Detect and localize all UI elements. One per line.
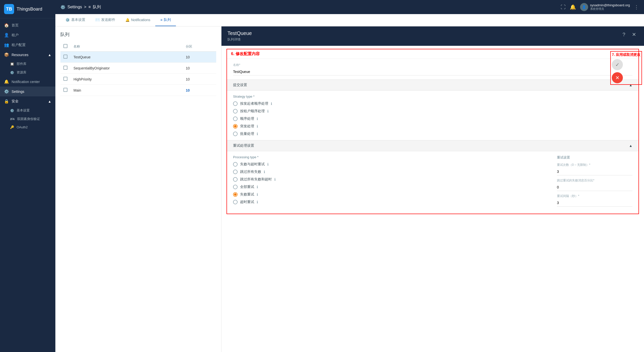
settings-breadcrumb-icon: ⚙️ xyxy=(60,5,65,10)
processing-radio-group: 失败与超时重试 ℹ 跳过所有失败 ℹ xyxy=(233,162,552,204)
sidebar-item-settings[interactable]: ⚙️ Settings xyxy=(0,87,55,96)
more-menu-icon[interactable]: ⋮ xyxy=(634,4,639,10)
retry-settings-header[interactable]: 重试处理设置 ▲ xyxy=(227,140,638,151)
retry-fail-label: 失败重试 xyxy=(240,192,254,197)
batch-info-icon: ℹ xyxy=(257,132,258,136)
email-tab-label: 发送邮件 xyxy=(101,18,115,22)
page-content: 队列 名称 分区 TestQu xyxy=(55,26,644,352)
sidebar-label-basic-settings: 基本设置 xyxy=(17,108,30,113)
skip-all-fail-info-icon: ℹ xyxy=(264,170,265,174)
row3-checkbox[interactable] xyxy=(63,77,67,81)
basic-settings-tab-label: 基本设置 xyxy=(71,18,85,22)
retry-skip-percent-input[interactable] xyxy=(557,184,632,191)
help-button[interactable]: ? xyxy=(620,30,628,38)
form-dialog: TestQueue 队列详情 ? ✕ 6. 修改配置内容 名称* xyxy=(221,26,644,352)
tab-email[interactable]: ✉️ 发送邮件 xyxy=(90,14,120,26)
retry-settings-body: Processing type * 失败与超时重试 ℹ xyxy=(227,151,638,214)
sidebar-label-resources: Resources xyxy=(12,53,28,57)
processing-retry-fail[interactable]: 失败重试 ℹ xyxy=(233,192,552,197)
sidebar-section-security[interactable]: 🔒 安全 ▲ xyxy=(0,96,55,106)
detail-panel: 7. 应用或取消更改 ✓ ✕ TestQueue 队列详情 ? ✕ xyxy=(221,26,644,352)
settings-nav-icon: ⚙️ xyxy=(4,89,9,94)
table-row[interactable]: HighPriority 10 xyxy=(60,74,216,85)
cancel-button[interactable]: ✕ xyxy=(612,72,623,83)
row2-checkbox[interactable] xyxy=(63,66,67,70)
notifications-tab-label: Notifications xyxy=(131,18,150,22)
sidebar-item-basic-settings[interactable]: ⚙️ 基本设置 xyxy=(0,106,55,115)
sequential-info-icon: ℹ xyxy=(257,117,258,121)
select-all-checkbox[interactable] xyxy=(63,44,67,48)
radio-retry-all xyxy=(233,185,238,189)
processing-retry-all[interactable]: 全部重试 ℹ xyxy=(233,185,552,189)
strategy-sequential[interactable]: 顺序处理 ℹ xyxy=(233,116,632,121)
strategy-batch[interactable]: 批量处理 ℹ xyxy=(233,132,632,136)
fail-timeout-label: 失败与超时重试 xyxy=(240,162,265,167)
row3-name: HighPriority xyxy=(70,74,183,85)
queue-table: 名称 分区 TestQueue 10 xyxy=(60,42,216,96)
sidebar-label-settings: Settings xyxy=(12,90,24,94)
row4-name: Main xyxy=(70,85,183,96)
retry-all-info-icon: ℹ xyxy=(257,185,258,189)
apply-button[interactable]: ✓ xyxy=(612,59,623,70)
strategy-by-tenant[interactable]: 按租户顺序处理 ℹ xyxy=(233,109,632,113)
table-row[interactable]: Main 10 xyxy=(60,85,216,96)
burst-label: 突发处理 xyxy=(240,124,254,129)
sidebar-item-parts-lib[interactable]: 🔲 部件库 xyxy=(0,60,55,68)
retry-skip-percent-label: 跳过重试的失败消息百分比* xyxy=(557,178,632,183)
skip-all-fail-label: 跳过所有失败 xyxy=(240,170,261,174)
submit-settings-header[interactable]: 提交设置 ▲ xyxy=(227,80,638,91)
sidebar-section-resources[interactable]: 📦 Resources ▲ xyxy=(0,50,55,60)
processing-skip-all-fail[interactable]: 跳过所有失败 ℹ xyxy=(233,170,552,174)
retry-fail-info-icon: ℹ xyxy=(257,192,258,197)
sidebar-item-tenant[interactable]: 👤 租户 xyxy=(0,30,55,40)
breadcrumb-settings[interactable]: Settings xyxy=(67,5,82,9)
tab-queue[interactable]: ≡ 队列 xyxy=(155,14,176,26)
retry-timeout-label: 超时重试 xyxy=(240,200,254,204)
strategy-by-originator[interactable]: 按发起者顺序处理 ℹ xyxy=(233,101,632,106)
retry-interval-label: 重试间隔（秒）* xyxy=(557,194,632,198)
notifications-tab-icon: 🔔 xyxy=(125,18,130,22)
sidebar-item-resource-lib[interactable]: ⚙️ 资源库 xyxy=(0,68,55,77)
resources-icon: 📦 xyxy=(4,52,9,57)
sidebar-item-home[interactable]: 🏠 首页 xyxy=(0,20,55,30)
burst-info-icon: ℹ xyxy=(257,124,258,128)
radio-burst xyxy=(233,124,238,129)
radio-sequential xyxy=(233,116,238,121)
sidebar-item-notification-center[interactable]: 🔔 Notification center xyxy=(0,77,55,87)
retry-skip-percent-field: 跳过重试的失败消息百分比* xyxy=(557,178,632,191)
sidebar-label-2fa: 双因素身份验证 xyxy=(17,117,40,121)
topbar: ⚙️ Settings > ≡ 队列 ⛶ 🔔 👤 sysadmin@things… xyxy=(55,0,644,14)
step7-annotation-box: 7. 应用或取消更改 ✓ ✕ xyxy=(610,51,642,85)
queue-tab-label: 队列 xyxy=(164,18,171,22)
form-title: TestQueue xyxy=(228,30,252,36)
sidebar-label-home: 首页 xyxy=(12,23,19,28)
sidebar-logo: TB ThingsBoard xyxy=(0,0,55,18)
processing-retry-timeout[interactable]: 超时重试 ℹ xyxy=(233,200,552,204)
basic-settings-tab-icon: ⚙️ xyxy=(65,18,70,22)
name-input[interactable] xyxy=(233,68,632,75)
row3-checkbox-cell xyxy=(60,74,70,85)
processing-fail-timeout[interactable]: 失败与超时重试 ℹ xyxy=(233,162,552,167)
row1-checkbox[interactable] xyxy=(63,55,67,59)
list-title: 队列 xyxy=(60,31,216,37)
table-row[interactable]: SequentialByOriginator 10 xyxy=(60,63,216,74)
retry-interval-input[interactable] xyxy=(557,199,632,207)
retry-count-input[interactable] xyxy=(557,168,632,175)
sidebar-item-2fa[interactable]: 2FA 双因素身份验证 xyxy=(0,115,55,123)
fullscreen-icon[interactable]: ⛶ xyxy=(561,4,566,10)
sidebar-item-oauth2[interactable]: 🔑 OAuth2 xyxy=(0,123,55,131)
processing-skip-all-fail-timeout[interactable]: 跳过所有失败和超时 ℹ xyxy=(233,177,552,182)
tab-notifications[interactable]: 🔔 Notifications xyxy=(120,14,155,26)
notification-bell-icon[interactable]: 🔔 xyxy=(570,4,576,10)
tab-basic-settings[interactable]: ⚙️ 基本设置 xyxy=(60,14,90,26)
sidebar-item-tenant-config[interactable]: 👥 租户配置 xyxy=(0,40,55,50)
logo-icon: TB xyxy=(4,4,14,14)
row4-checkbox[interactable] xyxy=(63,88,67,92)
processing-type-label: Processing type * xyxy=(233,155,552,159)
table-header-row: 名称 分区 xyxy=(60,42,216,52)
retry-config-label: 重试设置 xyxy=(557,155,632,160)
table-row[interactable]: TestQueue 10 xyxy=(60,52,216,63)
strategy-burst[interactable]: 突发处理 ℹ xyxy=(233,124,632,129)
close-dialog-button[interactable]: ✕ xyxy=(630,30,638,38)
sidebar-label-resource-lib: 资源库 xyxy=(17,70,26,75)
